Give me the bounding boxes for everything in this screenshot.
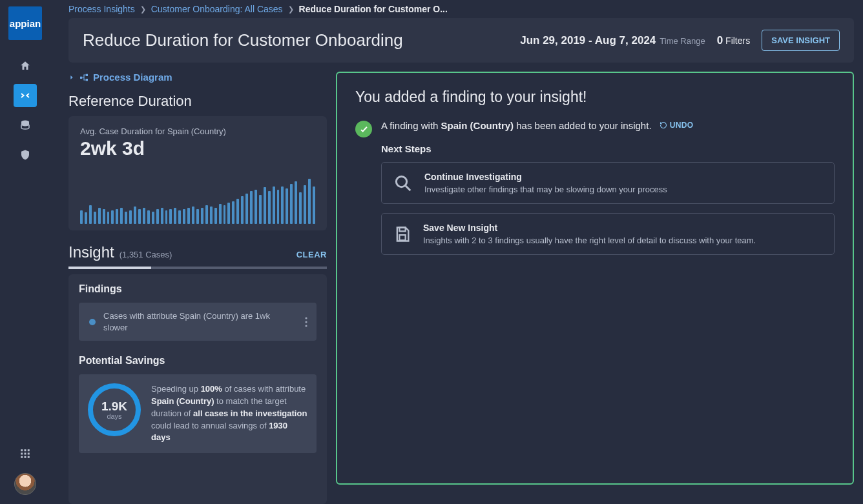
next-steps-label: Next Steps	[381, 143, 835, 154]
home-icon	[19, 60, 31, 72]
finding-dot-icon	[89, 319, 96, 325]
finding-item[interactable]: Cases with attribute Spain (Country) are…	[79, 303, 317, 341]
svg-rect-17	[399, 227, 405, 231]
breadcrumb-all-cases[interactable]: Customer Onboarding: All Cases	[151, 4, 283, 14]
svg-rect-2	[25, 449, 26, 451]
chart-bar	[138, 209, 141, 224]
page-title: Reduce Duration for Customer Onboarding	[83, 30, 403, 50]
chart-bar	[125, 212, 127, 225]
chart-bar	[85, 212, 87, 224]
chart-bar	[308, 179, 311, 224]
svg-rect-9	[28, 456, 30, 458]
process-icon	[19, 90, 31, 101]
nav-process[interactable]	[14, 84, 37, 107]
confirmation-heading: You added a finding to your insight!	[355, 88, 835, 106]
potential-savings-title: Potential Savings	[79, 355, 317, 367]
save-insight-button[interactable]: SAVE INSIGHT	[762, 30, 840, 51]
chart-bar	[214, 208, 217, 224]
save-new-insight-card[interactable]: Save New Insight Insights with 2 to 3 fi…	[381, 213, 835, 255]
svg-point-13	[305, 317, 307, 319]
chart-bar	[156, 209, 159, 224]
finding-menu-button[interactable]	[302, 317, 310, 327]
chart-bar	[94, 212, 96, 225]
chart-bar	[219, 204, 222, 224]
reference-duration-title: Reference Duration	[68, 93, 327, 110]
savings-description: Speeding up 100% of cases with attribute…	[151, 383, 307, 444]
chart-bar	[80, 210, 83, 224]
nav-home[interactable]	[14, 54, 37, 77]
chart-bar	[259, 195, 262, 224]
chart-bar	[116, 209, 118, 224]
insight-progress	[68, 267, 327, 269]
svg-rect-7	[21, 456, 23, 458]
svg-rect-18	[399, 235, 405, 240]
chart-bar	[111, 210, 114, 224]
chart-bar	[236, 199, 239, 224]
finding-text: Cases with attribute Spain (Country) are…	[103, 310, 295, 333]
clear-insight-button[interactable]: CLEAR	[296, 250, 327, 259]
save-new-insight-title: Save New Insight	[423, 223, 756, 233]
chart-bar	[165, 210, 168, 224]
savings-ring: 1.9K days	[88, 383, 141, 436]
chart-bar	[178, 210, 181, 224]
chart-bar	[192, 207, 194, 224]
chart-bar	[286, 188, 288, 224]
chart-bar	[290, 184, 293, 224]
filter-count: 0	[717, 34, 723, 47]
savings-ring-value: 1.9K	[101, 399, 127, 414]
confirmation-message: A finding with Spain (Country) has been …	[381, 120, 654, 131]
chart-bar	[304, 185, 306, 224]
continue-investigating-card[interactable]: Continue Investigating Investigate other…	[381, 162, 835, 204]
svg-rect-6	[28, 453, 30, 455]
chart-bar	[224, 205, 226, 224]
chart-bar	[98, 208, 101, 224]
nav-security[interactable]	[14, 143, 37, 166]
filters[interactable]: 0 Filters	[717, 34, 751, 47]
chart-bar	[232, 201, 234, 224]
chart-bar	[120, 208, 123, 224]
chart-bar	[143, 208, 145, 224]
savings-ring-unit: days	[107, 412, 121, 420]
chevron-right-icon: ❯	[140, 5, 146, 14]
nav-rail: appian	[0, 0, 50, 504]
chevron-right-icon: ❯	[288, 5, 294, 14]
chart-bar	[169, 209, 172, 224]
chart-bar	[295, 181, 297, 224]
breadcrumb-process-insights[interactable]: Process Insights	[68, 4, 135, 14]
chart-bar	[201, 208, 203, 224]
chart-bar	[134, 207, 136, 224]
chart-bar	[89, 205, 92, 224]
undo-button[interactable]: UNDO	[660, 121, 694, 130]
chevron-right-icon	[68, 74, 75, 81]
svg-rect-12	[86, 79, 88, 81]
reference-duration-card: Avg. Case Duration for Spain (Country) 2…	[68, 116, 327, 230]
chart-bar	[268, 191, 271, 224]
reference-duration-chart	[80, 174, 315, 224]
time-range[interactable]: Jun 29, 2019 - Aug 7, 2024 Time Range	[520, 34, 705, 47]
process-diagram-link[interactable]: Process Diagram	[68, 72, 327, 83]
svg-rect-10	[80, 76, 82, 78]
reference-duration-label: Avg. Case Duration for Spain (Country)	[80, 126, 315, 136]
chart-bar	[299, 192, 302, 224]
insight-confirmation-panel: You added a finding to your insight! A f…	[336, 72, 854, 485]
database-icon	[19, 119, 31, 131]
nav-database[interactable]	[14, 114, 37, 137]
nav-apps[interactable]	[14, 442, 37, 465]
time-range-label: Time Range	[660, 36, 705, 46]
chart-bar	[241, 196, 244, 224]
page-header: Reduce Duration for Customer Onboarding …	[68, 18, 854, 63]
more-vertical-icon	[305, 317, 307, 327]
chart-bar	[103, 209, 105, 224]
filter-label: Filters	[725, 35, 750, 46]
insight-card: Findings Cases with attribute Spain (Cou…	[68, 274, 327, 504]
svg-point-14	[305, 321, 307, 323]
chart-bar	[255, 190, 257, 224]
chart-bar	[152, 212, 154, 225]
chart-bar	[245, 194, 248, 224]
svg-rect-8	[25, 456, 26, 458]
user-avatar[interactable]	[14, 473, 36, 495]
svg-rect-4	[21, 453, 23, 455]
svg-rect-5	[25, 453, 26, 455]
grid-icon	[19, 448, 31, 459]
svg-rect-11	[86, 74, 88, 76]
